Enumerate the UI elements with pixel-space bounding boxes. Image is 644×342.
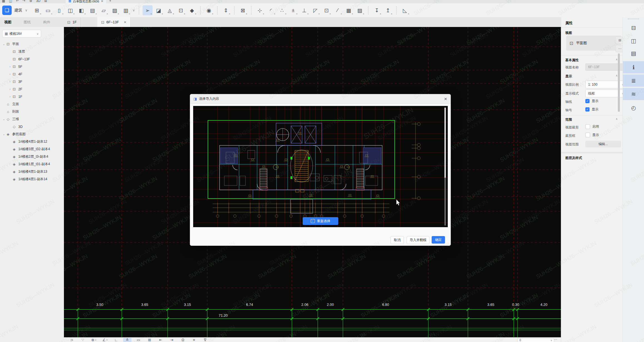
- curtain-wall-tool[interactable]: ▤: [88, 5, 98, 15]
- stairs-tool[interactable]: ▨: [110, 5, 120, 15]
- strip-drag-handle[interactable]: [628, 19, 639, 19]
- lamp-icon[interactable]: Ω: [179, 338, 187, 342]
- axis-number-checkbox[interactable]: ✓: [585, 107, 590, 111]
- building-selector[interactable]: ▦ 楼栋16# ∨: [2, 30, 41, 38]
- schedule-tool[interactable]: ▦: [344, 5, 354, 15]
- sketch-tool[interactable]: ◺: [400, 5, 410, 15]
- view-tab-1F[interactable]: ⊡1F: [63, 17, 81, 27]
- window-tool[interactable]: ◧: [76, 5, 86, 15]
- line-tool[interactable]: ∕: [333, 5, 343, 15]
- solid-shapes-tool[interactable]: ◉: [204, 5, 214, 15]
- lock-icon[interactable]: ≙: [123, 338, 131, 342]
- spot-level-tool[interactable]: ±: [288, 5, 298, 15]
- document-title-tab[interactable]: ▦ 白单隐宪总图-0606 ✕: [66, 0, 106, 3]
- tree-item-立面[interactable]: ⌂立面: [0, 100, 66, 108]
- ok-button[interactable]: 确定: [432, 236, 445, 244]
- tree-item-6F~13F[interactable]: ⊡6F~13F: [0, 55, 72, 63]
- measure-tool[interactable]: ⇕: [221, 5, 231, 15]
- select-tool[interactable]: ➢: [143, 5, 153, 15]
- tree-expand-icon[interactable]: ›: [8, 95, 12, 98]
- collapse-icon[interactable]: ∧: [616, 74, 618, 77]
- snap-scale-dropdown[interactable]: 0 ∨: [518, 338, 554, 342]
- info-icon[interactable]: ℹ: [623, 61, 644, 73]
- import-tool[interactable]: ↧: [372, 5, 382, 15]
- layout-split-icon[interactable]: ◫: [9, 0, 12, 3]
- match-props-tool[interactable]: ◬: [165, 5, 175, 15]
- display-mode-select[interactable]: 线框 ∨: [585, 90, 626, 97]
- collapse-icon[interactable]: ∧: [616, 58, 618, 61]
- floor-tool[interactable]: ▱: [99, 5, 109, 15]
- tree-item-平面[interactable]: ⌄⊡平面: [0, 40, 66, 48]
- tree-item-顶层[interactable]: ⊡顶层: [0, 48, 72, 55]
- dialog-title-bar[interactable]: ◨ 选择导入内容 ✕: [190, 94, 451, 104]
- import-and-model-button[interactable]: 导入并翻模: [407, 236, 429, 244]
- tree-item-3D[interactable]: ◇3D: [0, 123, 72, 130]
- paint-bucket-tool[interactable]: ◆: [187, 5, 197, 15]
- new-tab-button[interactable]: +: [109, 0, 111, 3]
- ortho-icon[interactable]: ∟: [112, 338, 120, 342]
- crop-box-checkbox[interactable]: [585, 133, 590, 137]
- tree-item-三维[interactable]: ⌄◇三维: [0, 115, 66, 123]
- filter-icon[interactable]: ∇: [201, 338, 209, 342]
- layers-icon[interactable]: ≋: [623, 88, 644, 100]
- view-type-selector[interactable]: ⊡ 平面图: [566, 36, 621, 51]
- tree-item-1#栋楼4层1-副本13[interactable]: ◈1#栋楼4层1-副本13: [0, 168, 72, 175]
- move-tool[interactable]: ⊹: [255, 5, 265, 15]
- tree-item-1#栋楼4层1-副本12[interactable]: ◈1#栋楼4层1-副本12: [0, 138, 72, 145]
- axis-line-checkbox[interactable]: ✓: [585, 99, 590, 103]
- tree-item-1F[interactable]: ›⊡1F: [0, 93, 72, 100]
- tracking-icon[interactable]: ∠∨: [101, 338, 109, 342]
- panel-tab-3[interactable]: 构件: [43, 17, 50, 27]
- panel-tab-2[interactable]: 图纸: [24, 17, 31, 27]
- tree-expand-icon[interactable]: ›: [8, 73, 12, 76]
- snap-settings-icon[interactable]: ⊕∨: [90, 338, 98, 342]
- axis-grid-tool[interactable]: ⊞: [32, 5, 42, 15]
- panel-tab-1[interactable]: 视图: [4, 17, 11, 27]
- statusbar-more-button[interactable]: ⋯: [554, 338, 557, 341]
- tree-item-1#栋楼3层_t32-副本4[interactable]: ◈1#栋楼3层_t32-副本4: [0, 145, 72, 153]
- tree-expand-icon[interactable]: ⌄: [2, 43, 6, 46]
- settings-icon[interactable]: ⊛: [29, 0, 32, 3]
- tree-item-参照底图[interactable]: ⌄◈参照底图: [0, 130, 66, 138]
- view-scale-select[interactable]: 1: 100 ∨: [585, 81, 626, 88]
- view-name-input[interactable]: 6F~13F: [585, 63, 626, 71]
- collapse-icon[interactable]: ∧: [616, 117, 618, 120]
- view-crop-checkbox[interactable]: [585, 124, 590, 129]
- format-painter-tool[interactable]: ◪: [154, 5, 164, 15]
- goto-end-icon[interactable]: ⇥: [168, 338, 176, 342]
- app-mode-button[interactable]: ❏: [2, 6, 12, 15]
- region-select-tool[interactable]: ⊠: [238, 5, 248, 15]
- dialog-close-icon[interactable]: ✕: [444, 97, 447, 101]
- door-tool[interactable]: ◫: [65, 5, 75, 15]
- history-icon[interactable]: ◴: [623, 102, 644, 114]
- wall-tool[interactable]: ▭: [43, 5, 53, 15]
- redo-icon[interactable]: ↷: [23, 0, 26, 3]
- tree-item-4F[interactable]: ›⊡4F: [0, 70, 72, 78]
- column-tool[interactable]: ▯: [54, 5, 64, 15]
- export-box-icon[interactable]: ⊞: [44, 0, 47, 3]
- discipline-selector[interactable]: 建筑 ∨: [14, 8, 29, 13]
- tree-item-1#栋楼4层1-副本14[interactable]: ◈1#栋楼4层1-副本14: [0, 175, 72, 183]
- tree-item-2F[interactable]: ›⊡2F: [0, 85, 72, 93]
- tree-item-剖面[interactable]: ⌂剖面: [0, 108, 66, 115]
- export-tool[interactable]: ↥: [383, 5, 393, 15]
- menu-grid-icon[interactable]: ▦: [2, 0, 5, 3]
- tree-item-1#栋楼1层_t31-副本4[interactable]: ◈1#栋楼1层_t31-副本4: [0, 160, 72, 168]
- tree-item-3F[interactable]: ›⊡3F: [0, 78, 72, 85]
- reselect-button[interactable]: ⌐ 重新选择: [303, 217, 338, 225]
- chevron-down-icon[interactable]: ∨: [133, 8, 135, 12]
- component-library-icon[interactable]: ⊟: [623, 22, 644, 34]
- viewport-icon[interactable]: ⊞: [145, 338, 154, 342]
- close-document-icon[interactable]: ✕: [101, 0, 103, 3]
- structure-tree-icon[interactable]: ≣: [623, 75, 644, 87]
- tree-expand-icon[interactable]: ⌄: [2, 118, 6, 121]
- rectangle-icon[interactable]: ▭: [134, 338, 143, 342]
- align-tool[interactable]: ⊥: [299, 5, 309, 15]
- tree-expand-icon[interactable]: ›: [8, 65, 12, 68]
- undo-icon[interactable]: ↶: [16, 0, 19, 3]
- view-range-edit-button[interactable]: 编辑...: [585, 141, 621, 147]
- point-tool[interactable]: ∴: [277, 5, 287, 15]
- plan-region-tool[interactable]: ⊡: [322, 5, 332, 15]
- railing-tool[interactable]: ▥: [121, 5, 131, 15]
- view-tab-6F~13F[interactable]: ⊡6F~13F✕: [97, 17, 131, 27]
